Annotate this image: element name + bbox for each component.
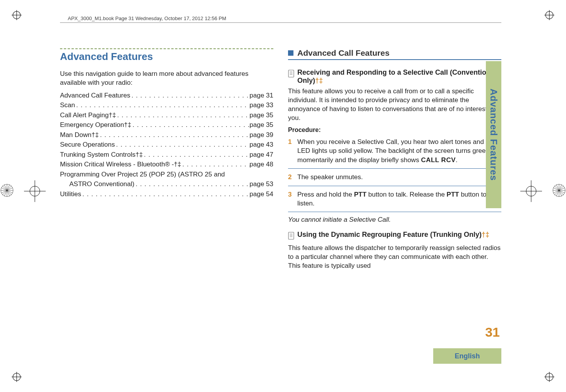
toc-leader-dots bbox=[130, 91, 249, 101]
subhead-marker: †‡ bbox=[482, 231, 489, 238]
toc-page: page 39 bbox=[250, 130, 273, 140]
toc-line: Man Down†‡page 39 bbox=[60, 130, 273, 140]
section-heading: Advanced Call Features bbox=[297, 48, 389, 58]
step-rule bbox=[288, 212, 501, 212]
toc-page: page 33 bbox=[250, 100, 273, 110]
toc-leader-dots bbox=[134, 179, 249, 189]
running-header: APX_3000_M1.book Page 31 Wednesday, Octo… bbox=[68, 15, 226, 21]
ptt-button-label: PTT bbox=[447, 191, 459, 198]
sub1-body: This feature allows you to receive a cal… bbox=[288, 87, 501, 123]
toc-line: Call Alert Paging†‡page 35 bbox=[60, 110, 273, 120]
intro-paragraph: Use this navigation guide to learn more … bbox=[60, 70, 273, 87]
note: You cannot initiate a Selective Call. bbox=[288, 216, 501, 224]
toc-label: Trunking System Controls†‡ bbox=[60, 150, 143, 160]
page-title: Advanced Features bbox=[60, 51, 273, 63]
doc-glyph-icon bbox=[288, 70, 294, 79]
print-reg-tr bbox=[544, 10, 554, 20]
title-dash-rule bbox=[60, 48, 273, 49]
toc-label: Utilities bbox=[60, 189, 81, 199]
subhead-title: Using the Dynamic Regrouping Feature (Tr… bbox=[297, 231, 489, 239]
toc-line: Scanpage 33 bbox=[60, 100, 273, 110]
section-rule bbox=[288, 59, 501, 60]
step-text-a: When you receive a Selective Call, you h… bbox=[297, 138, 495, 164]
table-of-contents: Advanced Call Featurespage 31Scanpage 33… bbox=[60, 91, 273, 199]
doc-glyph-icon bbox=[288, 232, 294, 241]
color-wheel-left bbox=[0, 183, 14, 197]
content-columns: Advanced Features Use this navigation gu… bbox=[60, 48, 501, 274]
toc-leader-dots bbox=[115, 140, 250, 150]
toc-page: page 48 bbox=[250, 159, 273, 169]
toc-page: page 35 bbox=[250, 110, 273, 120]
toc-line: Mission Critical Wireless - Bluetooth® -… bbox=[60, 159, 273, 169]
print-reg-bl bbox=[12, 372, 22, 382]
step-rule bbox=[288, 168, 501, 169]
toc-leader-dots bbox=[75, 100, 250, 110]
toc-leader-dots bbox=[81, 189, 250, 199]
step-text-b: button to talk. Release the bbox=[367, 191, 447, 198]
toc-line: Secure Operationspage 43 bbox=[60, 140, 273, 150]
right-column: Advanced Call Features Receiving and Res… bbox=[288, 48, 501, 274]
left-column: Advanced Features Use this navigation gu… bbox=[60, 48, 273, 274]
toc-line: ASTRO Conventional)page 53 bbox=[60, 179, 273, 189]
toc-leader-dots bbox=[116, 110, 250, 120]
step-text-b: . bbox=[456, 156, 458, 164]
toc-leader-dots bbox=[99, 130, 249, 140]
crop-cross-left bbox=[24, 180, 46, 202]
step-number: 3 bbox=[288, 190, 293, 208]
toc-leader-dots bbox=[131, 120, 249, 130]
side-tab: Advanced Features bbox=[486, 61, 501, 208]
step-text-a: Press and hold the bbox=[297, 191, 354, 198]
step-text: The speaker unmutes. bbox=[297, 173, 363, 181]
toc-label: ASTRO Conventional) bbox=[69, 179, 134, 189]
footer-language-tab: English bbox=[433, 348, 501, 364]
step-rule bbox=[288, 186, 501, 186]
toc-line: Utilitiespage 54 bbox=[60, 189, 273, 199]
step-text: Press and hold the PTT button to talk. R… bbox=[297, 190, 501, 208]
toc-leader-dots bbox=[143, 150, 250, 160]
subhead-title: Receiving and Responding to a Selective … bbox=[297, 68, 501, 85]
color-wheel-right bbox=[552, 183, 566, 197]
toc-label: Scan bbox=[60, 100, 75, 110]
toc-line: Trunking System Controls†‡page 47 bbox=[60, 150, 273, 160]
page-number: 31 bbox=[485, 325, 500, 340]
section-bullet-icon bbox=[288, 50, 293, 56]
display-value: CALL RCV bbox=[421, 156, 456, 164]
step-1: 1 When you receive a Selective Call, you… bbox=[288, 137, 501, 168]
page: APX_3000_M1.book Page 31 Wednesday, Octo… bbox=[60, 15, 501, 364]
procedure-label: Procedure: bbox=[288, 127, 501, 134]
step-number: 2 bbox=[288, 173, 293, 181]
print-reg-br bbox=[544, 372, 554, 382]
toc-label: Emergency Operation†‡ bbox=[60, 120, 131, 130]
footer-language-label: English bbox=[455, 352, 480, 360]
header-rule bbox=[60, 22, 501, 23]
section-heading-row: Advanced Call Features bbox=[288, 48, 501, 58]
subhead-selective-call: Receiving and Responding to a Selective … bbox=[288, 68, 501, 85]
toc-line: Programming Over Project 25 (POP 25) (AS… bbox=[60, 169, 273, 180]
toc-label: Call Alert Paging†‡ bbox=[60, 110, 116, 120]
toc-page: page 43 bbox=[250, 140, 273, 150]
step-text: When you receive a Selective Call, you h… bbox=[297, 137, 501, 164]
subhead-text: Receiving and Responding to a Selective … bbox=[297, 68, 496, 84]
step-2: 2 The speaker unmutes. bbox=[288, 173, 501, 185]
ptt-button-label: PTT bbox=[354, 191, 366, 198]
toc-page: page 54 bbox=[250, 189, 273, 199]
subhead-text: Using the Dynamic Regrouping Feature (Tr… bbox=[297, 231, 482, 238]
toc-page: page 31 bbox=[250, 91, 273, 101]
step-number: 1 bbox=[288, 137, 293, 164]
toc-leader-dots bbox=[181, 159, 250, 169]
sub2-body: This feature allows the dispatcher to te… bbox=[288, 244, 501, 270]
svg-rect-36 bbox=[288, 70, 294, 77]
toc-label: Programming Over Project 25 (POP 25) (AS… bbox=[60, 169, 225, 180]
toc-page: page 35 bbox=[250, 120, 273, 130]
toc-label: Man Down†‡ bbox=[60, 130, 99, 140]
toc-label: Advanced Call Features bbox=[60, 91, 130, 101]
toc-label: Secure Operations bbox=[60, 140, 115, 150]
toc-page: page 47 bbox=[250, 150, 273, 160]
subhead-marker: †‡ bbox=[315, 77, 323, 84]
toc-label: Mission Critical Wireless - Bluetooth® -… bbox=[60, 159, 181, 169]
crop-cross-right bbox=[520, 180, 542, 202]
subhead-dynamic-regroup: Using the Dynamic Regrouping Feature (Tr… bbox=[288, 231, 501, 241]
print-reg-tl bbox=[12, 10, 22, 20]
step-3: 3 Press and hold the PTT button to talk.… bbox=[288, 190, 501, 212]
toc-line: Advanced Call Featurespage 31 bbox=[60, 91, 273, 101]
